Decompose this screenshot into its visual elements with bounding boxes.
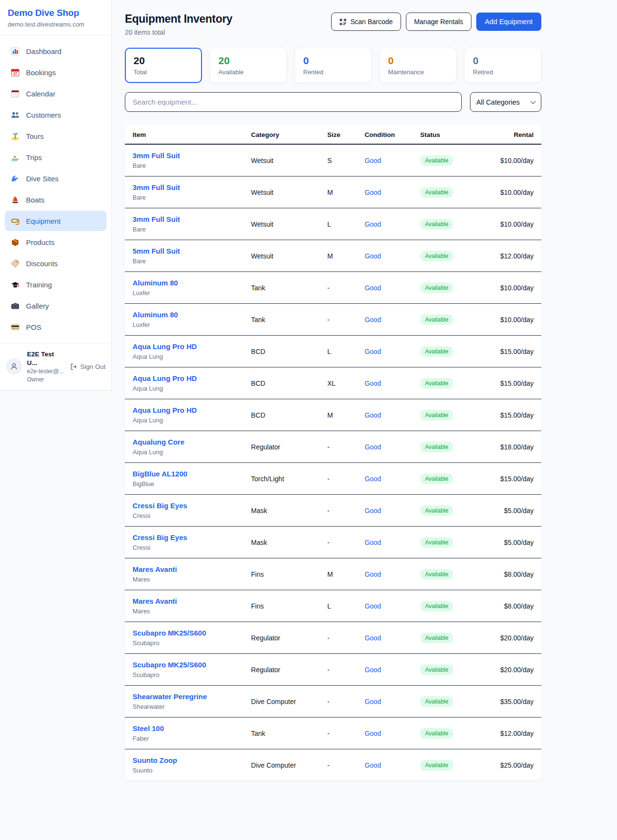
item-brand: Luxfer bbox=[133, 289, 236, 297]
sidebar: Demo Dive Shop demo.test.divestreams.com… bbox=[0, 0, 112, 391]
scan-barcode-button[interactable]: Scan Barcode bbox=[331, 13, 401, 31]
condition-link[interactable]: Good bbox=[364, 443, 381, 451]
size-cell: L bbox=[320, 590, 357, 622]
item-link[interactable]: 3mm Full Suit bbox=[133, 151, 180, 160]
condition-link[interactable]: Good bbox=[364, 348, 381, 355]
tear-off-calendar-icon bbox=[11, 89, 20, 98]
item-link[interactable]: Mares Avanti bbox=[133, 597, 177, 605]
item-link[interactable]: Steel 100 bbox=[133, 724, 164, 732]
sidebar-item-boats[interactable]: Boats bbox=[5, 190, 107, 210]
condition-link[interactable]: Good bbox=[364, 189, 381, 196]
stat-card-rented[interactable]: 0Rented bbox=[295, 48, 372, 83]
stat-label: Total bbox=[134, 68, 193, 76]
sidebar-item-pos[interactable]: POS bbox=[5, 317, 107, 337]
filter-bar: All Categories bbox=[125, 92, 541, 112]
qr-code-icon bbox=[339, 18, 347, 26]
item-link[interactable]: Suunto Zoop bbox=[133, 756, 177, 764]
size-cell: - bbox=[320, 431, 357, 463]
items-total: 20 items total bbox=[125, 28, 232, 36]
condition-link[interactable]: Good bbox=[364, 761, 381, 769]
item-link[interactable]: 5mm Full Suit bbox=[133, 247, 180, 255]
item-link[interactable]: 3mm Full Suit bbox=[133, 215, 180, 223]
item-brand: Faber bbox=[133, 735, 236, 742]
rental-cell: $8.00/day bbox=[493, 590, 541, 622]
item-link[interactable]: BigBlue AL1200 bbox=[133, 470, 188, 478]
stat-card-available[interactable]: 20Available bbox=[210, 48, 287, 83]
item-link[interactable]: Aqua Lung Pro HD bbox=[133, 406, 197, 414]
item-link[interactable]: Aqua Lung Pro HD bbox=[133, 342, 197, 351]
sidebar-item-label: Gallery bbox=[26, 302, 49, 310]
sidebar-item-products[interactable]: Products bbox=[5, 232, 107, 252]
category-select-wrap: All Categories bbox=[470, 92, 541, 112]
condition-link[interactable]: Good bbox=[364, 411, 381, 419]
stat-card-total[interactable]: 20Total bbox=[125, 48, 202, 83]
condition-link[interactable]: Good bbox=[364, 475, 381, 483]
item-link[interactable]: Mares Avanti bbox=[133, 565, 177, 573]
condition-link[interactable]: Good bbox=[364, 252, 381, 260]
add-equipment-button[interactable]: Add Equipment bbox=[476, 13, 541, 31]
page-heading: Equipment Inventory 20 items total bbox=[125, 13, 232, 36]
size-cell: - bbox=[320, 527, 357, 558]
item-link[interactable]: Aqualung Core bbox=[133, 438, 185, 446]
rental-cell: $15.00/day bbox=[493, 367, 541, 399]
condition-link[interactable]: Good bbox=[364, 157, 381, 164]
condition-link[interactable]: Good bbox=[364, 570, 381, 578]
condition-link[interactable]: Good bbox=[364, 507, 381, 515]
sidebar-item-gallery[interactable]: Gallery bbox=[5, 296, 107, 316]
sidebar-item-dashboard[interactable]: Dashboard bbox=[5, 41, 107, 61]
condition-link[interactable]: Good bbox=[364, 730, 381, 737]
item-brand: Luxfer bbox=[133, 321, 236, 328]
condition-link[interactable]: Good bbox=[364, 284, 381, 292]
status-badge: Available bbox=[420, 664, 453, 675]
status-badge: Available bbox=[420, 346, 453, 357]
stat-card-maintenance[interactable]: 0Maintenance bbox=[379, 48, 456, 83]
category-cell: Regulator bbox=[243, 654, 320, 686]
condition-link[interactable]: Good bbox=[364, 666, 381, 674]
tag-icon bbox=[11, 259, 20, 268]
item-link[interactable]: 3mm Full Suit bbox=[133, 183, 180, 191]
sidebar-item-trips[interactable]: Trips bbox=[5, 147, 107, 167]
condition-link[interactable]: Good bbox=[364, 220, 381, 228]
item-link[interactable]: Aluminum 80 bbox=[133, 311, 178, 319]
category-cell: Tank bbox=[243, 272, 320, 304]
condition-link[interactable]: Good bbox=[364, 634, 381, 642]
condition-link[interactable]: Good bbox=[364, 316, 381, 324]
item-link[interactable]: Cressi Big Eyes bbox=[133, 501, 187, 510]
category-cell: Fins bbox=[243, 558, 320, 590]
condition-link[interactable]: Good bbox=[364, 698, 381, 705]
stat-card-retired[interactable]: 0Retired bbox=[464, 48, 541, 83]
item-link[interactable]: Scubapro MK25/S600 bbox=[133, 661, 206, 669]
item-link[interactable]: Aqua Lung Pro HD bbox=[133, 374, 197, 382]
category-cell: Mask bbox=[243, 527, 320, 558]
item-brand: Scubapro bbox=[133, 639, 236, 647]
sidebar-item-tours[interactable]: Tours bbox=[5, 126, 107, 146]
sidebar-item-training[interactable]: Training bbox=[5, 274, 107, 295]
category-select[interactable]: All Categories bbox=[470, 92, 541, 112]
equipment-table-card: ItemCategorySizeConditionStatusRental 3m… bbox=[125, 125, 541, 781]
sidebar-item-discounts[interactable]: Discounts bbox=[5, 253, 107, 273]
condition-link[interactable]: Good bbox=[364, 602, 381, 610]
item-link[interactable]: Scubapro MK25/S600 bbox=[133, 629, 206, 637]
rental-cell: $10.00/day bbox=[493, 176, 541, 208]
bar-chart-icon bbox=[11, 47, 20, 56]
sidebar-item-customers[interactable]: Customers bbox=[5, 105, 107, 125]
sidebar-item-label: Dashboard bbox=[26, 47, 61, 55]
search-input[interactable] bbox=[125, 92, 462, 112]
manage-rentals-button[interactable]: Manage Rentals bbox=[406, 13, 471, 31]
sidebar-item-equipment[interactable]: Equipment bbox=[5, 211, 107, 231]
status-badge: Available bbox=[420, 314, 453, 325]
sidebar-item-bookings[interactable]: 17Bookings bbox=[5, 62, 107, 82]
sidebar-item-dive-sites[interactable]: Dive Sites bbox=[5, 168, 107, 189]
stat-value: 0 bbox=[303, 55, 363, 67]
item-link[interactable]: Aluminum 80 bbox=[133, 279, 178, 287]
sign-out-button[interactable]: Sign Out bbox=[70, 363, 106, 370]
package-icon bbox=[11, 238, 20, 247]
item-link[interactable]: Cressi Big Eyes bbox=[133, 533, 187, 542]
column-header-status: Status bbox=[413, 125, 493, 144]
item-link[interactable]: Shearwater Peregrine bbox=[133, 692, 207, 701]
condition-link[interactable]: Good bbox=[364, 539, 381, 546]
condition-link[interactable]: Good bbox=[364, 379, 381, 387]
rental-cell: $15.00/day bbox=[493, 336, 541, 367]
sign-out-label: Sign Out bbox=[80, 363, 106, 370]
sidebar-item-calendar[interactable]: Calendar bbox=[5, 83, 107, 104]
